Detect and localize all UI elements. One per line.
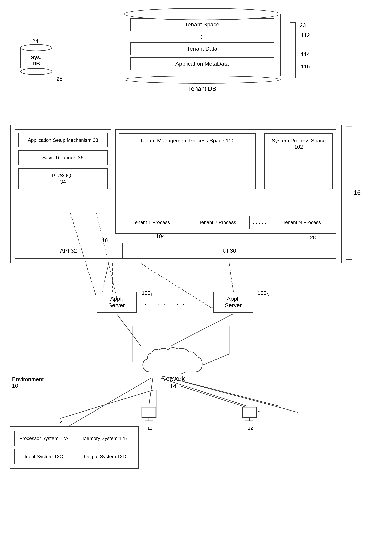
label-114: 114: [301, 51, 310, 57]
svg-line-20: [171, 314, 233, 346]
sys-db-container: 24 Sys. DB 25: [20, 44, 63, 82]
save-routines: Save Routines 36: [18, 150, 107, 165]
environment-label: Environment 10: [12, 376, 44, 389]
app-metadata-row: Application MetaData: [130, 57, 274, 70]
api-bar: API 32: [15, 243, 122, 259]
ui-bar: UI 30: [122, 243, 336, 259]
cylinder-body: Tenant Space : Tenant Data Application M…: [124, 14, 280, 76]
appl-server-1-box: Appl.Server: [97, 292, 137, 312]
appl-server-n-number: 100N: [258, 290, 270, 297]
sys-db-text: Sys. DB: [20, 54, 52, 67]
svg-rect-14: [242, 407, 257, 417]
process-row: Tenant 1 Process Tenant 2 Process . . . …: [119, 216, 334, 229]
tenant-data-row: Tenant Data: [130, 42, 274, 55]
svg-line-18: [229, 264, 233, 292]
cloud-svg: [135, 346, 211, 378]
app-setup-mechanism: Application Setup Mechanism 38: [18, 133, 107, 147]
small-computer-2: 12: [241, 406, 259, 431]
sys-cylinder: Sys. DB: [20, 44, 52, 75]
label-28: 28: [310, 234, 316, 241]
memory-system: Memory System 12B: [76, 431, 134, 446]
client-grid: Processor System 12A Memory System 12B I…: [14, 431, 134, 464]
network-label: Network 14: [109, 375, 237, 390]
brace-16: [345, 127, 351, 261]
label-18: 18: [102, 237, 108, 243]
api-ui-bar: API 32 UI 30: [15, 243, 336, 259]
client-system-box: Processor System 12A Memory System 12B I…: [10, 426, 139, 469]
sys-cyl-bottom: [20, 68, 52, 75]
app-server-box: Application Setup Mechanism 38 Save Rout…: [10, 125, 342, 264]
input-system: Input System 12C: [14, 449, 73, 464]
svg-rect-11: [142, 407, 156, 417]
computer-icon-1: [141, 406, 159, 424]
computer-icon-2: [241, 406, 259, 424]
label-104: 104: [156, 233, 165, 239]
tenant1-process: Tenant 1 Process: [119, 216, 183, 229]
cylinder-bottom: [124, 76, 280, 84]
label-24: 24: [32, 38, 38, 45]
sys-process-title: System Process Space 102: [267, 135, 330, 152]
tenantn-process: Tenant N Process: [270, 216, 334, 229]
small-computer-1: 12: [141, 406, 159, 431]
cylinder: Tenant Space : Tenant Data Application M…: [124, 8, 280, 84]
cylinder-top: [124, 8, 280, 20]
pl-soql: PL/SOQL34: [18, 168, 107, 190]
appl-server-1-number: 1001: [142, 290, 153, 297]
tenant-db-label: Tenant DB: [107, 85, 298, 92]
appl-server-n-container: Appl.Server 100N: [213, 292, 253, 312]
tenant-mgmt-title: Tenant Management Process Space 110: [121, 135, 253, 146]
tenant-db-container: 22 23 112 114 116 Tenant Space : Tenant …: [107, 8, 298, 92]
label-16: 16: [354, 189, 361, 196]
tenant-dots: . . . . .: [252, 216, 268, 229]
tenant-mgmt-box: Tenant Management Process Space 110: [119, 133, 256, 189]
sys-process-box: System Process Space 102: [265, 133, 333, 189]
label-25: 25: [56, 76, 63, 82]
left-inner-box: Application Setup Mechanism 38 Save Rout…: [15, 129, 111, 246]
svg-line-9: [60, 390, 153, 418]
label-112: 112: [301, 32, 310, 38]
server-dots: . . . . . . .: [145, 300, 186, 306]
db-bracket: [290, 22, 296, 79]
label-12-left: 12: [56, 418, 63, 425]
processor-system: Processor System 12A: [14, 431, 73, 446]
dots-row: :: [130, 33, 274, 40]
environment-number: 10: [12, 382, 18, 389]
diagram: 22 23 112 114 116 Tenant Space : Tenant …: [0, 0, 392, 535]
right-inner-box: Tenant Management Process Space 110 Syst…: [115, 129, 336, 234]
network-section: Network 14: [109, 346, 237, 390]
output-system: Output System 12D: [76, 449, 134, 464]
label-116: 116: [301, 63, 310, 70]
appl-server-n-box: Appl.Server: [213, 292, 253, 312]
svg-line-19: [117, 314, 141, 346]
label-23: 23: [300, 22, 306, 28]
sys-cyl-top: [20, 44, 52, 51]
appl-server-1-container: Appl.Server 1001: [97, 292, 137, 312]
tenant2-process: Tenant 2 Process: [185, 216, 250, 229]
